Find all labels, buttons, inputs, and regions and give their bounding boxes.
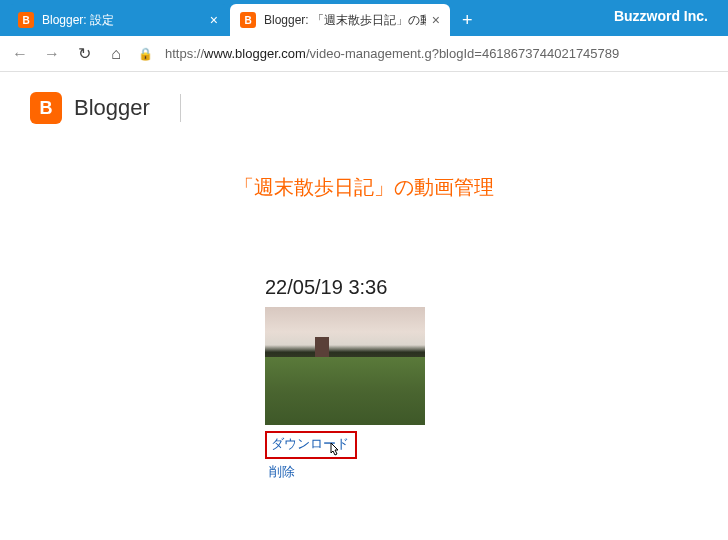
product-name: Blogger xyxy=(74,95,150,121)
video-item: 22/05/19 3:36 ダウンロード 削除 xyxy=(265,276,435,481)
browser-tab-inactive[interactable]: B Blogger: 設定 × xyxy=(8,4,228,36)
close-icon[interactable]: × xyxy=(210,12,218,28)
delete-link[interactable]: 削除 xyxy=(269,463,435,481)
address-bar: ← → ↻ ⌂ 🔒 https://www.blogger.com/video-… xyxy=(0,36,728,72)
favicon-blogger: B xyxy=(240,12,256,28)
url-protocol: https:// xyxy=(165,46,204,61)
video-timestamp: 22/05/19 3:36 xyxy=(265,276,435,299)
browser-tab-bar: B Blogger: 設定 × B Blogger: 「週末散歩日記」の動画管 … xyxy=(0,0,728,36)
url-display[interactable]: https://www.blogger.com/video-management… xyxy=(165,46,718,61)
tab-title: Blogger: 「週末散歩日記」の動画管 xyxy=(264,12,426,29)
url-domain: www.blogger.com xyxy=(204,46,306,61)
home-button[interactable]: ⌂ xyxy=(106,45,126,63)
highlight-box: ダウンロード xyxy=(265,431,357,459)
favicon-blogger: B xyxy=(18,12,34,28)
back-button[interactable]: ← xyxy=(10,45,30,63)
blogger-logo-icon[interactable]: B xyxy=(30,92,62,124)
video-actions: ダウンロード 削除 xyxy=(265,431,435,481)
reload-button[interactable]: ↻ xyxy=(74,44,94,63)
page-title: 「週末散歩日記」の動画管理 xyxy=(30,174,698,201)
page-content: B Blogger 「週末散歩日記」の動画管理 22/05/19 3:36 ダウ… xyxy=(0,72,728,501)
new-tab-button[interactable]: + xyxy=(452,4,483,36)
lock-icon[interactable]: 🔒 xyxy=(138,47,153,61)
tab-title: Blogger: 設定 xyxy=(42,12,204,29)
url-path: /video-management.g?blogId=4618673744021… xyxy=(306,46,619,61)
window-brand: Buzzword Inc. xyxy=(614,8,708,24)
close-icon[interactable]: × xyxy=(432,12,440,28)
video-thumbnail[interactable] xyxy=(265,307,425,425)
header-row: B Blogger xyxy=(30,92,698,124)
forward-button[interactable]: → xyxy=(42,45,62,63)
vertical-divider xyxy=(180,94,181,122)
download-link[interactable]: ダウンロード xyxy=(271,435,349,453)
browser-tab-active[interactable]: B Blogger: 「週末散歩日記」の動画管 × xyxy=(230,4,450,36)
